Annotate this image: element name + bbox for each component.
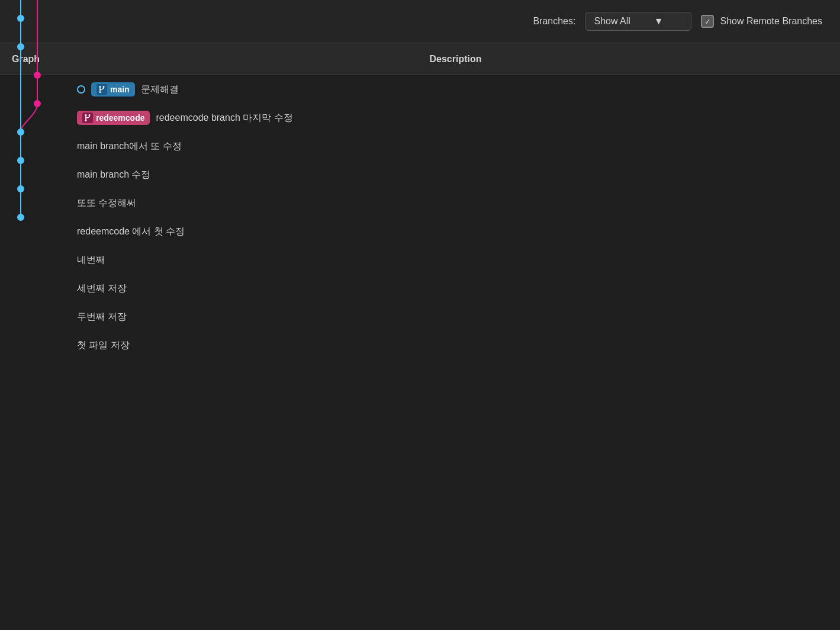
graph-cell xyxy=(0,246,71,274)
svg-point-6 xyxy=(17,15,24,22)
branches-dropdown[interactable]: Show All ▼ xyxy=(585,12,691,31)
description-cell: 첫 파일 저장 xyxy=(71,339,840,352)
main-branch-badge[interactable]: main xyxy=(91,82,135,97)
git-icon xyxy=(96,84,107,95)
redeemcode-branch-badge[interactable]: redeemcode xyxy=(77,111,150,125)
svg-point-15 xyxy=(99,86,101,88)
table-row[interactable]: 또또 수정해써 xyxy=(0,189,840,217)
commit-message: 네번째 xyxy=(77,254,105,266)
commit-message: 두번째 저장 xyxy=(77,311,127,323)
commit-message: redeemcode branch 마지막 수정 xyxy=(156,112,292,124)
svg-point-11 xyxy=(17,157,24,164)
table-row[interactable]: main branch 수정 xyxy=(0,160,840,189)
show-remote-checkbox[interactable]: ✓ xyxy=(701,15,714,28)
table-row[interactable]: 두번째 저장 xyxy=(0,303,840,331)
graph-cell xyxy=(0,331,71,359)
svg-point-13 xyxy=(17,214,24,221)
git-icon xyxy=(82,112,93,123)
commits-list: main문제해결 redeemcoderedeemcode branch 마지막… xyxy=(0,75,840,359)
description-cell: main branch 수정 xyxy=(71,169,840,181)
table-row[interactable]: 첫 파일 저장 xyxy=(0,331,840,359)
description-cell: 또또 수정해써 xyxy=(71,197,840,210)
svg-point-12 xyxy=(17,185,24,192)
description-cell: main문제해결 xyxy=(71,82,840,97)
commit-message: main branch에서 또 수정 xyxy=(77,140,182,153)
svg-point-16 xyxy=(103,86,105,88)
graph-cell xyxy=(0,0,71,232)
svg-point-7 xyxy=(17,43,24,50)
chevron-down-icon: ▼ xyxy=(654,16,664,27)
description-cell: 두번째 저장 xyxy=(71,311,840,323)
description-cell: 세번째 저장 xyxy=(71,282,840,295)
graph-cell xyxy=(0,303,71,331)
table-row[interactable]: 네번째 xyxy=(0,246,840,274)
svg-point-20 xyxy=(85,114,87,116)
show-remote-label: Show Remote Branches xyxy=(720,16,822,27)
graph-cell xyxy=(0,274,71,303)
commit-message: 문제해결 xyxy=(141,83,179,96)
svg-point-9 xyxy=(34,100,41,107)
top-bar: Branches: Show All ▼ ✓ Show Remote Branc… xyxy=(0,0,840,43)
svg-point-22 xyxy=(85,120,87,121)
show-remote-branches-toggle[interactable]: ✓ Show Remote Branches xyxy=(701,15,822,28)
commit-message: redeemcode 에서 첫 수정 xyxy=(77,226,185,238)
commit-message: 세번째 저장 xyxy=(77,282,127,295)
branches-label: Branches: xyxy=(533,16,575,27)
description-cell: redeemcoderedeemcode branch 마지막 수정 xyxy=(71,111,840,125)
table-row[interactable]: redeemcode 에서 첫 수정 xyxy=(0,217,840,246)
description-cell: 네번째 xyxy=(71,254,840,266)
description-cell: main branch에서 또 수정 xyxy=(71,140,840,153)
checkmark-icon: ✓ xyxy=(704,17,711,26)
svg-point-10 xyxy=(17,128,24,136)
svg-point-8 xyxy=(34,72,41,79)
table-row[interactable]: 세번째 저장 xyxy=(0,274,840,303)
commit-message: 또또 수정해써 xyxy=(77,197,136,210)
dropdown-value: Show All xyxy=(594,16,630,27)
description-column-header: Description xyxy=(71,54,840,65)
table-row[interactable]: main branch에서 또 수정 xyxy=(0,132,840,160)
table-row[interactable]: redeemcoderedeemcode branch 마지막 수정 xyxy=(0,104,840,132)
head-indicator xyxy=(77,85,85,94)
svg-point-17 xyxy=(99,91,101,93)
badge-label: main xyxy=(110,85,130,94)
commit-message: 첫 파일 저장 xyxy=(77,339,130,352)
svg-point-21 xyxy=(89,114,91,116)
commit-message: main branch 수정 xyxy=(77,169,151,181)
description-cell: redeemcode 에서 첫 수정 xyxy=(71,226,840,238)
table-row[interactable]: main문제해결 xyxy=(0,75,840,104)
column-headers: Graph Description xyxy=(0,43,840,75)
badge-label: redeemcode xyxy=(96,113,144,123)
